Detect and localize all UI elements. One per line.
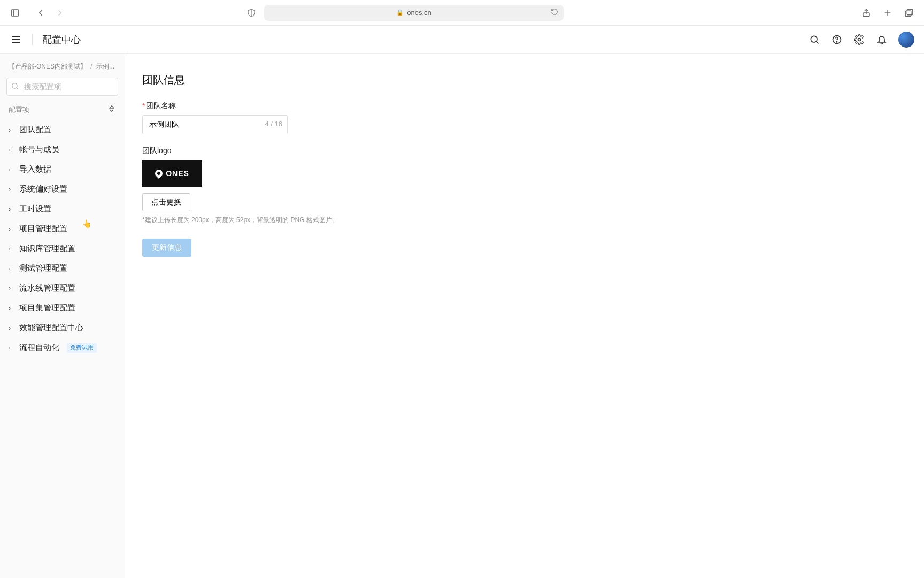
- forward-button: [51, 4, 68, 21]
- chevron-right-icon: ›: [9, 245, 14, 253]
- menu-icon[interactable]: [10, 33, 22, 46]
- search-input[interactable]: [6, 78, 118, 96]
- svg-rect-0: [11, 10, 19, 16]
- svg-rect-6: [907, 9, 913, 15]
- config-section-label: 配置项: [9, 105, 29, 115]
- chevron-right-icon: ›: [9, 324, 14, 332]
- required-mark: *: [142, 102, 145, 110]
- divider: [32, 34, 33, 45]
- team-logo-preview: ONES: [142, 160, 202, 187]
- chevron-right-icon: ›: [9, 285, 14, 292]
- lock-icon: 🔒: [396, 9, 404, 16]
- sidebar-item-project-mgmt[interactable]: ›项目管理配置: [5, 219, 119, 239]
- svg-point-16: [12, 83, 17, 88]
- search-icon: [11, 82, 19, 93]
- share-icon[interactable]: [858, 4, 875, 21]
- change-logo-button[interactable]: 点击更换: [142, 193, 190, 211]
- tabs-icon[interactable]: [900, 4, 918, 21]
- back-button[interactable]: [32, 4, 49, 21]
- chevron-right-icon: ›: [9, 265, 14, 272]
- breadcrumb-a: 【产品部-ONES内部测试】: [9, 63, 87, 70]
- help-icon[interactable]: [831, 34, 843, 45]
- char-count: 4 / 16: [265, 120, 282, 128]
- sidebar: 【产品部-ONES内部测试】 / 示例... 配置项 ›团队配置 ›帐号与成员 …: [0, 54, 125, 578]
- nav-list: ›团队配置 ›帐号与成员 ›导入数据 ›系统偏好设置 ›工时设置 ›项目管理配置…: [5, 120, 119, 358]
- sidebar-item-program-mgmt[interactable]: ›项目集管理配置: [5, 298, 119, 318]
- chevron-right-icon: ›: [9, 166, 14, 173]
- chevron-right-icon: ›: [9, 186, 14, 193]
- sidebar-item-test-mgmt[interactable]: ›测试管理配置: [5, 258, 119, 278]
- team-name-label: * 团队名称: [142, 101, 900, 111]
- refresh-icon[interactable]: [551, 8, 558, 17]
- chevron-right-icon: ›: [9, 305, 14, 312]
- chevron-right-icon: ›: [9, 206, 14, 213]
- svg-point-15: [858, 38, 861, 41]
- page-header-title: 配置中心: [42, 33, 81, 46]
- url-host: ones.cn: [407, 9, 432, 17]
- free-trial-badge: 免费试用: [67, 343, 97, 353]
- gear-icon[interactable]: [853, 34, 865, 45]
- chevron-right-icon: ›: [9, 126, 14, 134]
- app-header: 配置中心: [0, 26, 924, 54]
- logo-flame-icon: [153, 168, 164, 179]
- svg-rect-7: [905, 11, 911, 17]
- browser-chrome: 🔒 ones.cn: [0, 0, 924, 26]
- new-tab-icon[interactable]: [879, 4, 896, 21]
- shield-icon[interactable]: [243, 4, 260, 21]
- sidebar-item-worktime[interactable]: ›工时设置: [5, 199, 119, 219]
- logo-label: 团队logo: [142, 146, 900, 156]
- sidebar-item-automation[interactable]: ›流程自动化免费试用: [5, 338, 119, 358]
- sidebar-item-account-members[interactable]: ›帐号与成员: [5, 140, 119, 159]
- chevron-right-icon: ›: [9, 146, 14, 154]
- sidebar-item-system-pref[interactable]: ›系统偏好设置: [5, 179, 119, 199]
- svg-point-14: [836, 41, 837, 42]
- breadcrumb-b: 示例...: [96, 63, 114, 70]
- sidebar-item-wiki-mgmt[interactable]: ›知识库管理配置: [5, 239, 119, 258]
- sidebar-item-import-data[interactable]: ›导入数据: [5, 159, 119, 179]
- page-title: 团队信息: [142, 73, 900, 87]
- update-info-button[interactable]: 更新信息: [142, 239, 191, 257]
- avatar[interactable]: [898, 32, 914, 48]
- svg-point-11: [811, 36, 817, 42]
- sidebar-item-pipeline-mgmt[interactable]: ›流水线管理配置: [5, 278, 119, 298]
- chevron-right-icon: ›: [9, 225, 14, 233]
- svg-line-17: [17, 88, 18, 89]
- breadcrumb[interactable]: 【产品部-ONES内部测试】 / 示例...: [5, 62, 119, 78]
- search-icon[interactable]: [808, 34, 820, 45]
- bell-icon[interactable]: [876, 34, 888, 45]
- address-bar[interactable]: 🔒 ones.cn: [264, 5, 564, 21]
- sidebar-item-performance[interactable]: ›效能管理配置中心: [5, 318, 119, 338]
- sidebar-toggle-icon[interactable]: [6, 4, 24, 21]
- chevron-right-icon: ›: [9, 344, 14, 352]
- svg-line-12: [817, 41, 819, 43]
- collapse-expand-icon[interactable]: [107, 104, 116, 115]
- main-content: 团队信息 * 团队名称 4 / 16 团队logo ONES 点击更换 *建议上…: [125, 60, 918, 572]
- sidebar-item-team-config[interactable]: ›团队配置: [5, 120, 119, 140]
- logo-text: ONES: [166, 169, 189, 178]
- logo-hint: *建议上传长度为 200px，高度为 52px，背景透明的 PNG 格式图片。: [142, 216, 900, 225]
